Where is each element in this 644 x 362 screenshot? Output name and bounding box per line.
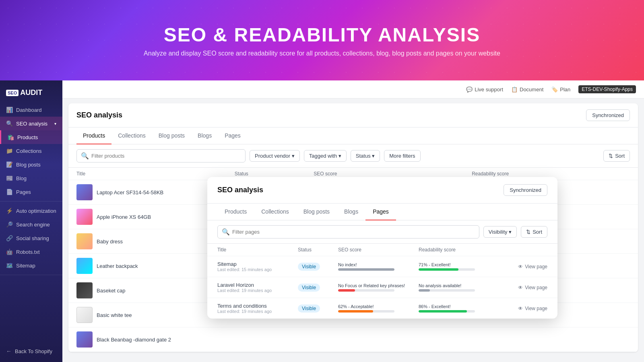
- product-thumb-1: [76, 184, 93, 200]
- sidebar-item-products[interactable]: 🛍️ Products: [0, 130, 62, 144]
- pages-col-seo: SEO score: [338, 247, 419, 253]
- page-name-3: Terms and conditions: [217, 303, 298, 309]
- view-page-label-3: View page: [525, 306, 547, 311]
- blog-icon: 📰: [6, 175, 13, 181]
- view-page-btn-1[interactable]: 👁 View page: [499, 264, 547, 269]
- product-thumb-2: [76, 209, 93, 225]
- sidebar-label-social-sharing: Social sharing: [16, 235, 49, 241]
- sidebar-logo: SEO AUDIT: [0, 84, 62, 103]
- more-filters-btn[interactable]: More filters: [384, 150, 420, 162]
- table-row: Sitemap Last edited: 15 minutes ago Visi…: [207, 256, 557, 277]
- floating-panel-tabs: Products Collections Blog posts Blogs Pa…: [207, 204, 557, 220]
- floating-sync-button[interactable]: Synchronized: [504, 184, 547, 196]
- sidebar-item-dashboard[interactable]: 📊 Dashboard: [0, 103, 62, 117]
- chat-icon: 💬: [466, 86, 473, 93]
- page-title-2: Laravel Horizon Last edited: 19 minutes …: [217, 282, 298, 293]
- view-page-btn-3[interactable]: 👁 View page: [499, 306, 547, 311]
- floating-search-wrap[interactable]: 🔍: [217, 225, 479, 239]
- page-title-1: Sitemap Last edited: 15 minutes ago: [217, 261, 298, 272]
- floating-panel-pages: SEO analysis Synchronized Products Colle…: [207, 177, 557, 319]
- sidebar-item-robots[interactable]: 🤖 Robots.txt: [0, 245, 62, 259]
- view-page-btn-2[interactable]: 👁 View page: [499, 285, 547, 290]
- sidebar-label-robots: Robots.txt: [16, 249, 40, 255]
- page-edited-1: Last edited: 15 minutes ago: [217, 267, 298, 272]
- page-name-2: Laravel Horizon: [217, 282, 298, 288]
- floating-search-input[interactable]: [232, 229, 475, 235]
- document-label: Document: [520, 86, 543, 93]
- page-readability-fill-1: [419, 268, 458, 271]
- sidebar-divider-1: [0, 201, 62, 202]
- sidebar-item-search-engine[interactable]: 🔎 Search engine: [0, 218, 62, 231]
- status-filter[interactable]: Status ▾: [351, 150, 380, 162]
- topbar-plan[interactable]: 🏷️ Plan: [551, 86, 570, 93]
- panel-products-header: SEO analysis Synchronized: [68, 103, 638, 128]
- sync-button[interactable]: Synchronized: [586, 109, 630, 121]
- pages-table-header: Title Status SEO score Readability score: [207, 244, 557, 256]
- sidebar-item-social-sharing[interactable]: 🔗 Social sharing: [0, 231, 62, 245]
- sidebar-label-seo-analysis: SEO analysis: [16, 121, 47, 127]
- logo-text: AUDIT: [20, 88, 42, 97]
- table-row: Terms and conditions Last edited: 19 min…: [207, 298, 557, 319]
- sidebar-label-blog-posts: Blog posts: [16, 162, 41, 168]
- pages-icon: 📄: [6, 189, 13, 195]
- sidebar-item-auto-optimization[interactable]: ⚡ Auto optimization: [0, 204, 62, 218]
- table-row: Laravel Horizon Last edited: 19 minutes …: [207, 277, 557, 298]
- topbar-store: ETS-DEV-Shopify-Apps: [578, 85, 636, 93]
- floating-search-icon: 🔍: [222, 228, 230, 236]
- floating-sort-button[interactable]: ⇅ Sort: [521, 226, 547, 238]
- doc-icon: 📋: [511, 86, 518, 93]
- tab-collections[interactable]: Collections: [111, 128, 152, 144]
- sidebar-item-sitemap[interactable]: 🗺️ Sitemap: [0, 259, 62, 272]
- product-vendor-filter[interactable]: Product vendor ▾: [250, 150, 300, 162]
- logo-seo-box: SEO: [6, 90, 19, 96]
- visibility-filter[interactable]: Visibility ▾: [483, 226, 517, 238]
- floating-filter-bar: 🔍 Visibility ▾ ⇅ Sort: [207, 220, 557, 244]
- page-readability-1: 71% - Excellent!: [419, 262, 499, 271]
- product-thumb-7: [76, 331, 93, 348]
- sidebar-label-sitemap: Sitemap: [16, 263, 35, 269]
- chevron-icon: ▾: [54, 121, 56, 126]
- floating-tab-pages[interactable]: Pages: [365, 204, 396, 220]
- tab-pages[interactable]: Pages: [218, 128, 247, 144]
- page-readability-track-1: [419, 268, 475, 271]
- sidebar-item-pages[interactable]: 📄 Pages: [0, 185, 62, 199]
- sort-button[interactable]: ⇅ Sort: [603, 150, 630, 162]
- page-readability-track-2: [419, 289, 475, 292]
- tab-blogs[interactable]: Blogs: [191, 128, 218, 144]
- robots-icon: 🤖: [6, 249, 13, 255]
- topbar-live-support[interactable]: 💬 Live support: [466, 86, 503, 93]
- sidebar-item-seo-analysis[interactable]: 🔍 SEO analysis ▾: [0, 117, 62, 130]
- sort-icon: ⇅: [609, 153, 613, 159]
- page-readability-fill-2: [419, 289, 430, 292]
- sidebar-item-blog[interactable]: 📰 Blog: [0, 171, 62, 185]
- col-readability: Readability score: [472, 171, 630, 177]
- page-seo-fill-2: [338, 289, 355, 292]
- sidebar-item-blog-posts[interactable]: 📝 Blog posts: [0, 158, 62, 171]
- floating-sort-label: Sort: [533, 229, 542, 235]
- pages-col-status: Status: [298, 247, 338, 253]
- tab-products[interactable]: Products: [76, 128, 111, 144]
- panel-products-tabs: Products Collections Blog posts Blogs Pa…: [68, 128, 638, 144]
- floating-tab-blog-posts[interactable]: Blog posts: [296, 204, 337, 220]
- floating-tab-collections[interactable]: Collections: [254, 204, 296, 220]
- tab-blog-posts[interactable]: Blog posts: [152, 128, 191, 144]
- floating-tab-blogs[interactable]: Blogs: [337, 204, 365, 220]
- tagged-with-filter[interactable]: Tagged with ▾: [304, 150, 347, 162]
- visible-badge-1: Visible: [298, 263, 320, 271]
- page-readability-label-1: 71% - Excellent!: [419, 262, 499, 267]
- topbar: 💬 Live support 📋 Document 🏷️ Plan ETS-DE…: [62, 80, 644, 99]
- blog-posts-icon: 📝: [6, 161, 13, 168]
- search-products-wrap[interactable]: 🔍: [76, 149, 246, 162]
- topbar-document[interactable]: 📋 Document: [511, 86, 543, 93]
- sidebar-item-collections[interactable]: 📁 Collections: [0, 144, 62, 158]
- pages-col-title: Title: [217, 247, 298, 253]
- pages-col-readability: Readability score: [419, 247, 499, 253]
- product-name-7: Black Beanbag -diamond gate 2: [97, 337, 171, 343]
- content-area: 💬 Live support 📋 Document 🏷️ Plan ETS-DE…: [62, 80, 644, 362]
- floating-tab-products[interactable]: Products: [217, 204, 254, 220]
- page-seo-label-1: No index!: [338, 262, 419, 267]
- sidebar: SEO AUDIT 📊 Dashboard 🔍 SEO analysis ▾ 🛍…: [0, 80, 62, 362]
- search-products-input[interactable]: [91, 153, 241, 159]
- floating-panel-title: SEO analysis: [217, 186, 263, 194]
- sidebar-item-back-shopify[interactable]: ← Back To Shopify: [0, 344, 62, 358]
